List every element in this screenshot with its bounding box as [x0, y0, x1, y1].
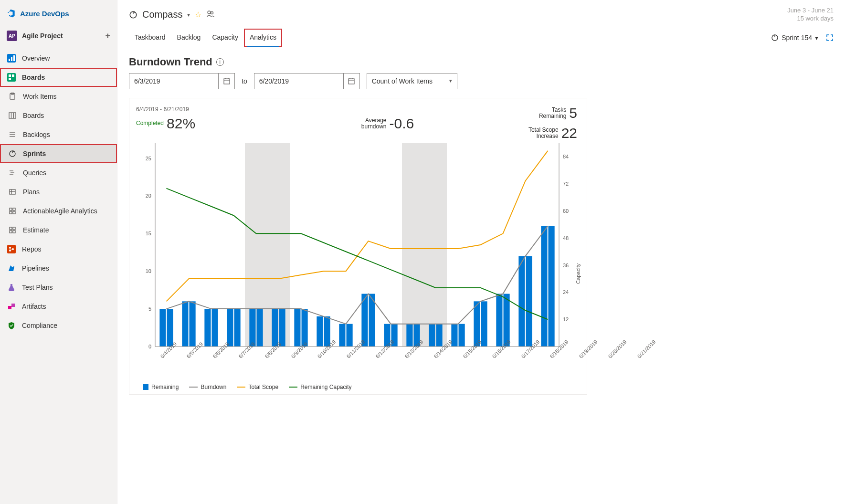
svg-rect-27	[10, 227, 12, 230]
brand-label: Azure DevOps	[20, 10, 69, 18]
svg-rect-71	[212, 309, 218, 346]
test-plans-icon	[7, 283, 16, 292]
svg-rect-78	[294, 309, 300, 346]
breadcrumb: Compass ▾ ☆	[129, 9, 215, 20]
add-project-icon[interactable]: +	[105, 31, 110, 41]
nav-label: Artifacts	[22, 303, 110, 310]
brand[interactable]: Azure DevOps	[0, 0, 117, 26]
chart-legend: Remaining Burndown Total Scope Remaining…	[136, 380, 580, 390]
info-icon[interactable]: i	[216, 58, 224, 66]
metric-scope-increase: Total ScopeIncrease 22	[528, 125, 577, 141]
svg-rect-97	[504, 294, 510, 346]
team-icon[interactable]	[206, 10, 215, 20]
header-dates: June 3 - June 21 15 work days	[787, 7, 834, 23]
compliance-icon	[7, 321, 16, 330]
overview-icon	[7, 53, 16, 63]
nav-estimate[interactable]: Estimate	[0, 220, 117, 240]
nav-boards[interactable]: Boards	[0, 68, 117, 87]
page-title: Burndown Trend	[129, 56, 212, 68]
metric-label: Completed	[136, 120, 164, 126]
grid-icon	[8, 206, 17, 216]
start-date-input[interactable]: 6/3/2019	[129, 73, 235, 89]
chevron-down-icon: ▾	[449, 78, 452, 84]
nav-overview[interactable]: Overview	[0, 49, 117, 68]
queries-icon	[8, 168, 17, 178]
svg-rect-24	[13, 208, 15, 210]
nav-actionable[interactable]: ActionableAgile Analytics	[0, 201, 117, 220]
svg-rect-76	[272, 309, 278, 346]
nav-label: Queries	[23, 169, 110, 177]
svg-text:36: 36	[563, 262, 569, 268]
metric-label: Remaining	[539, 113, 566, 119]
fullscreen-icon[interactable]	[826, 34, 834, 42]
burndown-chart: 051015202512243648607284	[136, 141, 580, 351]
svg-text:0: 0	[148, 344, 151, 349]
nav-plans[interactable]: Plans	[0, 182, 117, 201]
nav-backlogs[interactable]: Backlogs	[0, 125, 117, 144]
chart-range: 6/4/2019 - 6/21/2019	[136, 106, 580, 113]
svg-rect-50	[402, 143, 447, 346]
to-label: to	[242, 77, 247, 85]
svg-rect-77	[279, 309, 285, 346]
team-name[interactable]: Compass	[142, 9, 182, 20]
legend-total-scope: Total Scope	[237, 384, 278, 390]
sprint-icon	[129, 10, 137, 19]
svg-text:48: 48	[563, 235, 569, 241]
metric-label: Tasks	[539, 107, 566, 113]
svg-rect-73	[234, 309, 241, 346]
svg-rect-3	[13, 55, 15, 61]
chart-area: 051015202512243648607284 6/4/20196/5/201…	[136, 141, 580, 380]
tab-backlog[interactable]: Backlog	[171, 29, 207, 47]
nav-label: Boards	[22, 74, 110, 81]
legend-remaining-capacity: Remaining Capacity	[289, 384, 351, 390]
nav-label: ActionableAgile Analytics	[23, 207, 110, 215]
secondary-axis-label: Capacity	[575, 263, 581, 284]
svg-rect-5	[9, 74, 11, 77]
nav-label: Boards	[23, 112, 110, 119]
nav-queries[interactable]: Queries	[0, 163, 117, 182]
tab-analytics[interactable]: Analytics	[244, 29, 282, 47]
svg-rect-68	[182, 301, 188, 346]
nav-sprints[interactable]: Sprints	[0, 144, 117, 163]
svg-rect-66	[159, 309, 166, 346]
svg-text:24: 24	[563, 289, 569, 295]
nav-boards-sub[interactable]: Boards	[0, 106, 117, 125]
svg-text:20: 20	[146, 193, 151, 199]
measure-value: Count of Work Items	[372, 77, 433, 85]
chevron-down-icon[interactable]: ▾	[187, 11, 190, 18]
svg-text:25: 25	[146, 155, 151, 161]
nav-repos[interactable]: Repos	[0, 240, 117, 259]
svg-rect-30	[13, 231, 15, 233]
project-row[interactable]: AP Agile Project +	[0, 26, 117, 46]
nav-test-plans[interactable]: Test Plans	[0, 278, 117, 297]
svg-rect-99	[526, 256, 532, 346]
calendar-icon[interactable]	[343, 74, 359, 89]
calendar-icon[interactable]	[218, 74, 234, 89]
tab-taskboard[interactable]: Taskboard	[129, 29, 171, 47]
end-date-value: 6/20/2019	[254, 77, 343, 85]
svg-rect-82	[339, 324, 345, 346]
svg-rect-80	[317, 316, 323, 346]
svg-rect-69	[190, 301, 196, 346]
svg-rect-72	[227, 309, 233, 346]
nav-compliance[interactable]: Compliance	[0, 316, 117, 335]
end-date-input[interactable]: 6/20/2019	[254, 73, 360, 89]
svg-rect-88	[406, 324, 412, 346]
nav-pipelines[interactable]: Pipelines	[0, 259, 117, 278]
nav-artifacts[interactable]: Artifacts	[0, 297, 117, 316]
svg-rect-28	[13, 227, 15, 230]
measure-select[interactable]: Count of Work Items ▾	[367, 73, 457, 89]
svg-text:12: 12	[563, 316, 569, 322]
nav-label: Overview	[22, 54, 110, 62]
svg-rect-96	[496, 294, 502, 346]
svg-rect-23	[10, 208, 12, 210]
metric-label: Total Scope	[528, 127, 559, 133]
nav-work-items[interactable]: Work Items	[0, 87, 117, 106]
favorite-icon[interactable]: ☆	[195, 10, 201, 19]
tab-capacity[interactable]: Capacity	[206, 29, 243, 47]
svg-rect-100	[541, 226, 547, 346]
controls-row: 6/3/2019 to 6/20/2019 Count of Work Item…	[117, 73, 845, 95]
sprint-picker[interactable]: Sprint 154 ▾	[771, 34, 818, 42]
tabs: Taskboard Backlog Capacity Analytics Spr…	[117, 29, 845, 47]
svg-rect-35	[8, 306, 11, 309]
